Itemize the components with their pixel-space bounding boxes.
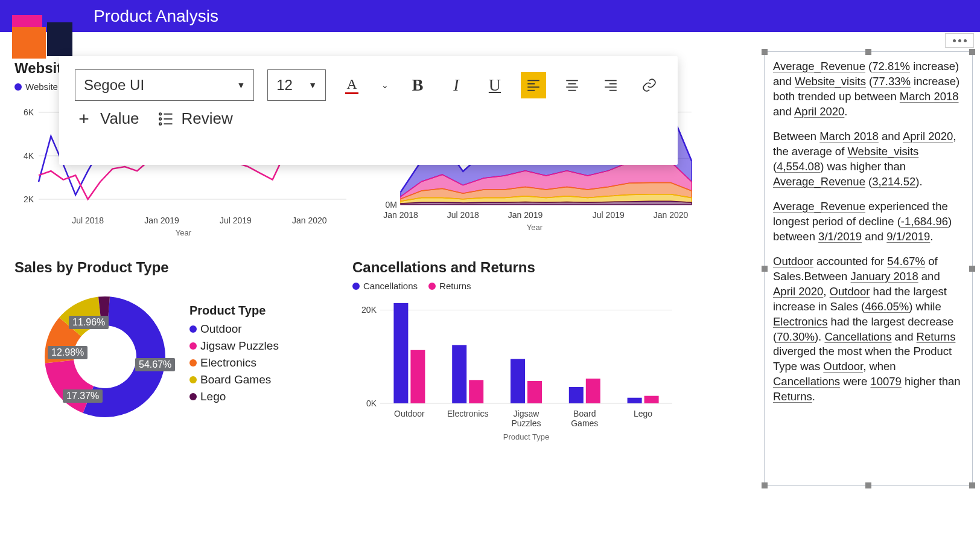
legend-item: Lego — [189, 390, 279, 403]
font-family-value: Segoe UI — [84, 77, 144, 94]
svg-point-16 — [159, 118, 161, 120]
resize-handle[interactable] — [762, 266, 768, 272]
align-center-button[interactable] — [559, 72, 585, 98]
chevron-down-icon: ▼ — [308, 80, 317, 90]
review-button[interactable]: Review — [158, 109, 233, 128]
svg-text:Year: Year — [176, 228, 192, 237]
bar-chart-svg: 0K20KOutdoorElectronicsJigsawPuzzlesBoar… — [352, 295, 678, 446]
svg-text:Product Type: Product Type — [503, 432, 549, 441]
chevron-down-icon: ▼ — [237, 80, 245, 90]
donut-legend: Product Type OutdoorJigsaw PuzzlesElectr… — [189, 304, 279, 407]
narrative-paragraph: Outdoor accounted for 54.67% of Sales.Be… — [773, 254, 964, 405]
font-size-value: 12 — [276, 77, 293, 94]
legend-title: Product Type — [189, 304, 279, 318]
resize-handle[interactable] — [969, 49, 975, 55]
donut-percent-badge: 11.96% — [69, 316, 109, 329]
legend-item: Outdoor — [189, 322, 279, 336]
svg-rect-57 — [586, 379, 600, 403]
resize-handle[interactable] — [969, 266, 975, 272]
resize-handle[interactable] — [762, 482, 768, 488]
legend-item: Electronics — [189, 356, 279, 370]
svg-text:Jan 2019: Jan 2019 — [508, 210, 543, 220]
page-title: Product Analysis — [94, 7, 218, 26]
svg-text:Lego: Lego — [634, 409, 652, 418]
bold-button[interactable]: B — [405, 72, 430, 98]
chart-title: Cancellations and Returns — [352, 259, 678, 276]
svg-text:Puzzles: Puzzles — [511, 418, 541, 428]
svg-text:0M: 0M — [386, 200, 397, 210]
svg-rect-46 — [393, 303, 408, 403]
svg-text:Jul 2019: Jul 2019 — [220, 216, 252, 225]
svg-text:Jan 2020: Jan 2020 — [292, 216, 327, 225]
chart-title: Sales by Product Type — [14, 259, 333, 276]
align-right-button[interactable] — [598, 72, 623, 98]
donut-svg — [14, 286, 171, 424]
svg-rect-47 — [410, 350, 425, 403]
link-button[interactable] — [637, 72, 662, 98]
italic-button[interactable]: I — [444, 72, 469, 98]
svg-text:Jan 2020: Jan 2020 — [654, 210, 689, 220]
svg-rect-49 — [452, 345, 466, 403]
svg-rect-53 — [527, 381, 542, 403]
svg-text:Jul 2019: Jul 2019 — [593, 210, 625, 220]
font-family-select[interactable]: Segoe UI ▼ — [75, 69, 254, 101]
legend-item: Jigsaw Puzzles — [189, 339, 279, 353]
svg-text:6K: 6K — [24, 107, 34, 117]
resize-handle[interactable] — [865, 482, 871, 488]
sales-donut-chart[interactable]: Sales by Product Type 54.67%17.37%12.98%… — [14, 259, 333, 447]
smart-narrative-textbox[interactable]: Average_Revenue (72.81% increase) and We… — [764, 51, 973, 486]
legend-item: Board Games — [189, 373, 279, 386]
svg-rect-56 — [569, 387, 584, 403]
svg-text:Jul 2018: Jul 2018 — [447, 210, 479, 220]
list-icon — [158, 110, 174, 127]
font-size-select[interactable]: 12 ▼ — [267, 69, 326, 101]
resize-handle[interactable] — [762, 49, 768, 55]
svg-text:0K: 0K — [366, 399, 377, 408]
svg-point-15 — [159, 113, 161, 115]
svg-rect-60 — [628, 398, 642, 403]
svg-rect-52 — [511, 359, 525, 403]
chart-legend: Cancellations Returns — [352, 281, 678, 291]
underline-button[interactable]: U — [482, 72, 508, 98]
resize-handle[interactable] — [865, 49, 871, 55]
narrative-paragraph: Between March 2018 and April 2020, the a… — [773, 129, 964, 190]
svg-text:2K: 2K — [24, 194, 34, 204]
svg-text:Jan 2018: Jan 2018 — [383, 210, 418, 220]
svg-text:4K: 4K — [24, 151, 34, 161]
align-left-button[interactable] — [521, 72, 546, 98]
font-color-button[interactable]: A — [339, 72, 364, 98]
svg-text:Outdoor: Outdoor — [394, 409, 425, 418]
svg-point-17 — [159, 123, 161, 125]
narrative-paragraph: Average_Revenue experienced the longest … — [773, 199, 964, 245]
narrative-toolbar: Segoe UI ▼ 12 ▼ A ⌄ B I U + Value — [59, 56, 678, 165]
font-color-chevron[interactable]: ⌄ — [378, 72, 392, 98]
report-header: Product Analysis — [0, 0, 980, 32]
svg-text:Jigsaw: Jigsaw — [514, 409, 540, 418]
cancellations-chart[interactable]: Cancellations and Returns Cancellations … — [352, 259, 678, 447]
svg-text:Year: Year — [527, 223, 543, 232]
donut-percent-badge: 12.98% — [48, 346, 88, 359]
resize-handle[interactable] — [969, 482, 975, 488]
svg-text:Games: Games — [571, 418, 598, 428]
legend-label: Returns — [439, 281, 471, 291]
donut-percent-badge: 54.67% — [135, 358, 175, 371]
svg-rect-61 — [644, 396, 659, 403]
svg-text:Electronics: Electronics — [447, 409, 488, 418]
value-label: Value — [100, 109, 139, 128]
narrative-paragraph: Average_Revenue (72.81% increase) and We… — [773, 59, 964, 120]
svg-text:Jul 2018: Jul 2018 — [72, 216, 104, 225]
svg-text:Jan 2019: Jan 2019 — [144, 216, 179, 225]
svg-text:20K: 20K — [361, 305, 377, 315]
plus-icon: + — [75, 110, 93, 128]
legend-label: Cancellations — [363, 281, 418, 291]
svg-rect-50 — [469, 380, 483, 403]
review-label: Review — [182, 109, 233, 128]
donut-percent-badge: 17.37% — [63, 389, 103, 403]
add-value-button[interactable]: + Value — [75, 109, 139, 128]
svg-text:Board: Board — [573, 409, 596, 418]
